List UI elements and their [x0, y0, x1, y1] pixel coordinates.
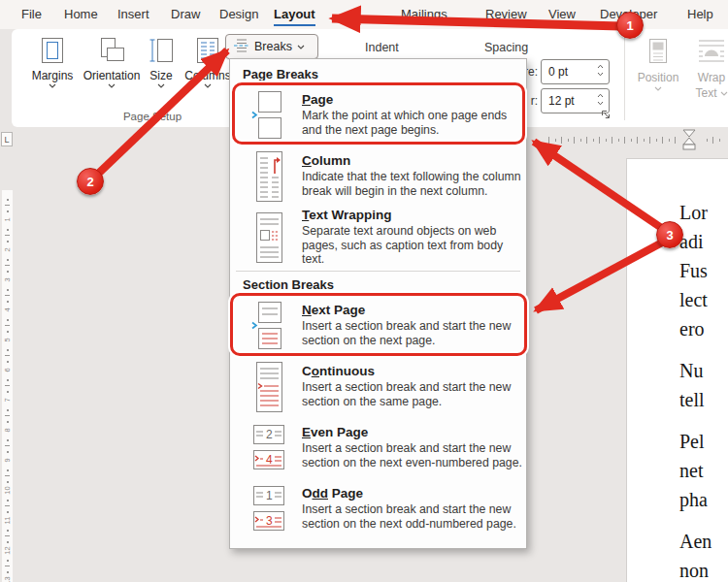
page-break-button-icon	[233, 38, 249, 56]
menu-item-odd-page[interactable]: 1 3 Odd Page Insert a section break and …	[230, 478, 526, 539]
menu-item-description: Indicate that the text following the col…	[302, 170, 526, 199]
tab-review[interactable]: Review	[485, 7, 527, 21]
menu-item-description: Insert a section break and start the new…	[302, 319, 526, 348]
menu-item-text-wrapping[interactable]: Text Wrapping Separate text around objec…	[230, 207, 526, 268]
odd-page-icon: 1 3	[242, 483, 296, 535]
svg-text:2: 2	[266, 428, 273, 441]
size-label: Size	[149, 70, 172, 81]
text-wrapping-icon	[242, 211, 296, 264]
menu-item-next-page[interactable]: Next Page Insert a section break and sta…	[230, 295, 526, 356]
step-2-badge: 2	[77, 168, 104, 195]
margins-label: Margins	[32, 70, 74, 81]
menu-item-description: Insert a section break and start the new…	[302, 380, 526, 409]
position-icon	[645, 37, 672, 69]
menu-item-description: Mark the point at which one page endsand…	[302, 109, 526, 138]
paragraph: Lor adi Fus lect ero	[679, 198, 728, 343]
spinner-arrows-icon[interactable]	[596, 62, 605, 81]
spacing-after-value: 12 pt	[548, 94, 575, 108]
menu-section-header: Page Breaks	[230, 64, 526, 84]
menu-item-column[interactable]: Column Indicate that the text following …	[230, 146, 526, 207]
breaks-label: Breaks	[254, 40, 292, 53]
tab-design[interactable]: Design	[219, 7, 258, 21]
chevron-down-icon	[297, 45, 305, 49]
columns-label: Columns	[184, 70, 230, 81]
document-page[interactable]: Lor adi Fus lect ero Nu tell Pel net pha…	[626, 158, 728, 582]
chevron-down-icon	[654, 86, 662, 91]
paragraph: Aen non	[679, 527, 728, 582]
size-icon	[147, 36, 176, 68]
indent-group-label: Indent	[365, 41, 399, 54]
tab-home[interactable]: Home	[64, 7, 98, 21]
even-page-icon: 2 4	[242, 422, 296, 474]
orientation-label: Orientation	[83, 70, 141, 81]
menu-item-title: Page	[302, 92, 526, 107]
page-setup-group-label: Page Setup	[65, 111, 240, 122]
menu-item-title: Next Page	[302, 303, 526, 317]
column-break-icon	[242, 150, 296, 203]
menu-item-title: Continuous	[302, 364, 526, 378]
menu-item-title: Column	[302, 153, 526, 168]
chevron-down-icon	[49, 83, 56, 88]
paragraph: Nu tell	[679, 356, 728, 414]
paragraph: Pel net pha	[679, 427, 728, 514]
tab-file[interactable]: File	[21, 7, 42, 21]
menu-item-description: Insert a section break and start the new…	[302, 502, 526, 532]
spacing-before-input[interactable]: 0 pt	[541, 59, 610, 84]
top-ruler	[544, 132, 728, 148]
indent-marker-icon[interactable]	[679, 129, 699, 154]
menu-separator	[236, 271, 520, 272]
size-button[interactable]: Size	[142, 36, 181, 88]
menu-item-description: Insert a section break and start the new…	[302, 441, 526, 470]
menu-section-header: Section Breaks	[230, 275, 526, 295]
tab-view[interactable]: View	[548, 7, 576, 21]
margins-button[interactable]: Margins	[25, 36, 80, 88]
svg-text:1: 1	[266, 489, 273, 502]
wrap-text-label-1: Wrap	[698, 71, 725, 84]
tab-insert[interactable]: Insert	[117, 7, 149, 21]
tab-selector[interactable]: L	[1, 132, 13, 146]
menu-item-description: Separate text around objects on webpages…	[302, 224, 526, 267]
chevron-down-icon	[157, 83, 165, 88]
page-break-icon	[242, 89, 296, 142]
menu-item-title: Even Page	[302, 425, 526, 439]
menu-item-even-page[interactable]: 2 4 Even Page Insert a section break and…	[230, 417, 526, 478]
menu-item-title: Text Wrapping	[302, 208, 526, 222]
margins-icon	[38, 36, 67, 68]
tab-help[interactable]: Help	[687, 7, 713, 21]
wrap-text-button: Wrap Text	[687, 37, 728, 100]
chevron-down-icon	[204, 83, 212, 88]
vertical-ruler: 12345678910111213	[2, 190, 13, 582]
position-label: Position	[638, 71, 679, 84]
step-3-badge: 3	[656, 221, 683, 248]
ribbon-group-separator	[624, 35, 625, 120]
menu-item-continuous[interactable]: Continuous Insert a section break and st…	[230, 356, 526, 417]
columns-icon	[193, 36, 222, 68]
breaks-dropdown-menu: Page Breaks Page Mark the point at which…	[229, 58, 527, 549]
svg-text:3: 3	[266, 514, 273, 528]
step-1-badge: 1	[616, 12, 644, 39]
tab-mailings[interactable]: Mailings	[401, 7, 447, 21]
tab-layout[interactable]: Layout	[274, 7, 315, 26]
spacing-before-value: 0 pt	[548, 65, 568, 79]
chevron-down-icon	[108, 83, 116, 88]
orientation-icon	[97, 36, 126, 68]
spacing-group-label: Spacing	[484, 41, 528, 54]
breaks-button[interactable]: Breaks	[225, 34, 318, 59]
wrap-text-icon	[697, 37, 726, 69]
continuous-icon	[242, 361, 296, 413]
paragraph-dialog-launcher[interactable]	[600, 108, 612, 125]
menu-item-page[interactable]: Page Mark the point at which one page en…	[230, 84, 526, 146]
orientation-button[interactable]: Orientation	[82, 36, 142, 88]
menu-item-title: Odd Page	[302, 486, 526, 501]
position-button: Position	[633, 37, 683, 91]
svg-text:4: 4	[266, 453, 273, 467]
chevron-down-icon	[720, 91, 728, 96]
tab-draw[interactable]: Draw	[171, 7, 200, 21]
wrap-text-label-2: Text	[695, 86, 716, 100]
next-page-icon	[242, 300, 296, 352]
